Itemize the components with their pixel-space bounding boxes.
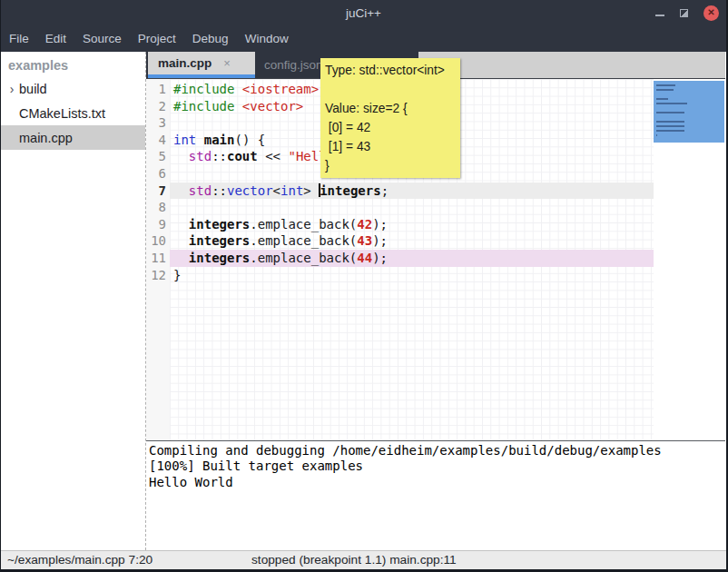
- code-token: [196, 133, 203, 147]
- line-number[interactable]: 7: [146, 182, 170, 200]
- code-line[interactable]: [170, 199, 654, 216]
- code-token: );: [372, 251, 388, 265]
- code-token: <iostream>: [242, 82, 319, 96]
- line-number[interactable]: 2: [146, 98, 170, 115]
- tab-label: config.json: [264, 58, 323, 72]
- window-controls: ✕: [655, 0, 719, 25]
- code-token: vector: [227, 183, 273, 198]
- tooltip-line: [0] = 42: [325, 118, 456, 137]
- menu-item-edit[interactable]: Edit: [37, 25, 74, 52]
- menu-item-source[interactable]: Source: [74, 25, 130, 52]
- code-token: >: [303, 183, 319, 198]
- minimap-code-line: [656, 89, 674, 91]
- line-number[interactable]: 3: [146, 114, 170, 132]
- menu-bar: FileEditSourceProjectDebugWindow: [1, 25, 726, 52]
- sidebar-item-main-cpp[interactable]: main.cpp: [1, 125, 145, 150]
- code-token: [173, 217, 189, 232]
- console-output-line: Hello World: [149, 475, 725, 490]
- minimap-code-line: [656, 84, 675, 86]
- code-token: <: [273, 183, 280, 198]
- code-token: );: [372, 233, 388, 248]
- code-token: ::: [212, 149, 227, 163]
- sidebar: examples ›buildCMakeLists.txtmain.cpp: [1, 52, 146, 550]
- tooltip-line: [325, 80, 456, 99]
- line-number[interactable]: 6: [146, 165, 170, 182]
- app-window: juCi++ ✕ FileEditSourceProjectDebugWindo…: [0, 0, 728, 572]
- code-token: .emplace_back(: [250, 233, 357, 248]
- window-title: juCi++: [346, 6, 381, 20]
- line-number[interactable]: 4: [146, 132, 170, 149]
- code-token: integers: [189, 217, 250, 232]
- file-tree: ›buildCMakeLists.txtmain.cpp: [1, 76, 145, 150]
- menu-item-file[interactable]: File: [1, 25, 37, 52]
- code-token: .emplace_back(: [250, 251, 357, 265]
- code-token: [173, 251, 189, 265]
- code-token: <<: [258, 149, 289, 163]
- code-token: std: [189, 149, 212, 163]
- minimap-code-line: [656, 112, 684, 113]
- code-token: 44: [357, 251, 372, 265]
- tooltip-line: [1] = 43: [325, 137, 456, 156]
- code-line[interactable]: integers.emplace_back(44);: [170, 250, 654, 267]
- code-line[interactable]: integers.emplace_back(42);: [170, 216, 654, 233]
- tree-item-label: build: [19, 82, 47, 96]
- status-file-position: ~/examples/main.cpp 7:20: [7, 553, 152, 567]
- code-token: () {: [234, 133, 265, 147]
- tree-item-label: main.cpp: [19, 131, 73, 145]
- minimap-code-line: [656, 130, 684, 132]
- code-line[interactable]: integers.emplace_back(43);: [170, 232, 654, 250]
- debug-value-tooltip: Type: std::vector<int> Value: size=2 { […: [320, 58, 460, 178]
- code-token: #include: [173, 99, 242, 113]
- tab-close-icon[interactable]: ×: [223, 56, 231, 70]
- code-token: );: [372, 217, 388, 232]
- code-token: #include: [173, 82, 242, 96]
- minimap-code-line: [656, 121, 684, 123]
- status-bar: ~/examples/main.cpp 7:20 stopped (breakp…: [1, 550, 726, 569]
- minimap-code-line: [656, 103, 687, 104]
- tab-main-cpp[interactable]: main.cpp×: [148, 52, 255, 78]
- menu-item-project[interactable]: Project: [130, 25, 184, 52]
- code-token: [173, 183, 189, 198]
- minimap-viewport[interactable]: [654, 81, 724, 143]
- minimize-icon[interactable]: [655, 15, 664, 16]
- menu-item-window[interactable]: Window: [237, 25, 297, 52]
- code-token: int: [173, 133, 196, 147]
- debug-console[interactable]: Compiling and debugging /home/eidheim/ex…: [146, 440, 725, 550]
- code-token: integers: [189, 251, 250, 265]
- line-number[interactable]: 1: [146, 81, 170, 98]
- console-output-line: [100%] Built target examples: [149, 459, 725, 474]
- chevron-right-icon[interactable]: ›: [5, 82, 19, 96]
- tooltip-line: Type: std::vector<int>: [325, 61, 456, 80]
- tooltip-line: Value: size=2 {: [325, 99, 456, 118]
- tab-label: main.cpp: [158, 56, 212, 70]
- minimap-code-line: [656, 125, 684, 127]
- console-output-line: Compiling and debugging /home/eidheim/ex…: [149, 443, 725, 459]
- code-token: }: [173, 268, 181, 282]
- line-number[interactable]: 8: [146, 199, 170, 216]
- code-token: ::: [212, 183, 227, 198]
- line-number[interactable]: 5: [146, 148, 170, 165]
- minimap[interactable]: [654, 79, 725, 440]
- menu-item-debug[interactable]: Debug: [184, 25, 237, 52]
- sidebar-item-cmakelists-txt[interactable]: CMakeLists.txt: [1, 101, 145, 125]
- line-number[interactable]: 11: [146, 250, 170, 267]
- code-token: integers: [320, 183, 380, 198]
- line-number-gutter[interactable]: 123456789101112: [146, 79, 170, 440]
- code-token: [173, 149, 189, 163]
- title-bar: juCi++ ✕: [1, 0, 726, 25]
- restore-icon[interactable]: [680, 9, 688, 17]
- line-number[interactable]: 12: [146, 267, 170, 284]
- tooltip-line: }: [325, 156, 456, 175]
- code-token: 43: [357, 233, 372, 248]
- tree-item-label: CMakeLists.txt: [19, 106, 105, 121]
- code-line[interactable]: std::vector<int> integers;: [170, 182, 654, 200]
- code-line[interactable]: }: [170, 267, 654, 284]
- code-token: .emplace_back(: [250, 217, 357, 232]
- sidebar-item-build[interactable]: ›build: [1, 76, 145, 101]
- line-number[interactable]: 9: [146, 216, 170, 233]
- project-name: examples: [1, 52, 145, 76]
- code-token: int: [280, 183, 303, 198]
- code-token: main: [204, 133, 235, 147]
- line-number[interactable]: 10: [146, 232, 170, 250]
- close-icon[interactable]: ✕: [703, 5, 719, 21]
